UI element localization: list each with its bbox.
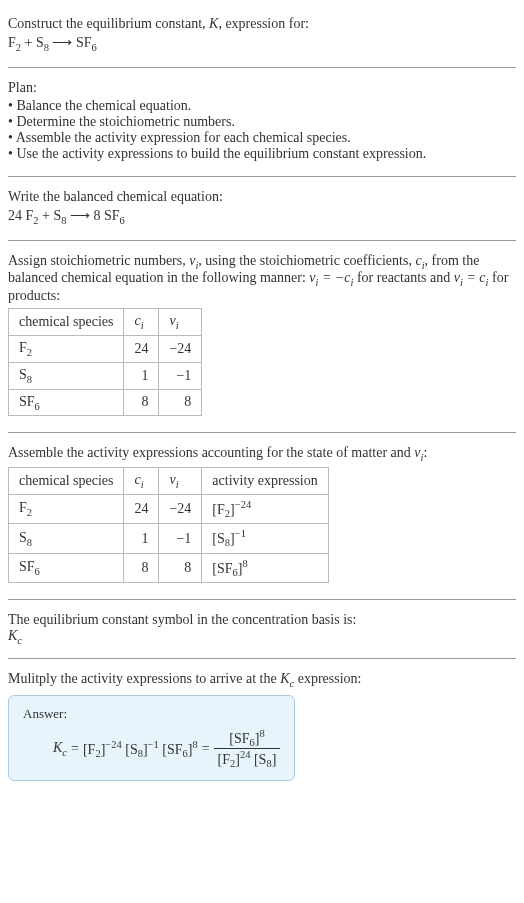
equals-sign: =: [71, 741, 79, 757]
symbol-intro: The equilibrium constant symbol in the c…: [8, 612, 516, 628]
fraction: [SF6]8 [F2]24 [S8]: [214, 728, 281, 770]
prompt-section: Construct the equilibrium constant, K, e…: [8, 8, 516, 63]
plan-item: Balance the chemical equation.: [8, 98, 516, 114]
divider: [8, 658, 516, 659]
symbol-section: The equilibrium constant symbol in the c…: [8, 604, 516, 654]
fraction-denominator: [F2]24 [S8]: [214, 749, 281, 769]
col-activity: activity expression: [202, 468, 328, 495]
activity-intro: Assemble the activity expressions accoun…: [8, 445, 516, 463]
answer-box: Answer: Kc = [F2]−24 [S8]−1 [SF6]8 = [SF…: [8, 695, 295, 781]
kc-symbol: Kc: [8, 628, 516, 646]
product-expression: [F2]−24 [S8]−1 [SF6]8: [83, 739, 198, 759]
plan-item: Use the activity expressions to build th…: [8, 146, 516, 162]
activity-section: Assemble the activity expressions accoun…: [8, 437, 516, 595]
nu-symbol: νi: [189, 253, 198, 268]
c-symbol: ci: [415, 253, 424, 268]
answer-label: Answer:: [23, 706, 280, 722]
plan-title: Plan:: [8, 80, 516, 96]
prompt-line1: Construct the equilibrium constant, K, e…: [8, 16, 516, 32]
fraction-numerator: [SF6]8: [214, 728, 281, 749]
cell-species: SF6: [9, 389, 124, 416]
plan-item: Assemble the activity expression for eac…: [8, 130, 516, 146]
cell-species: S8: [9, 362, 124, 389]
answer-equation: Kc = [F2]−24 [S8]−1 [SF6]8 = [SF6]8 [F2]…: [23, 728, 280, 770]
multiply-section: Mulitply the activity expressions to arr…: [8, 663, 516, 789]
cell-c: 24: [124, 335, 159, 362]
cell-c: 8: [124, 553, 159, 582]
col-nui: νi: [159, 309, 202, 336]
cell-c: 1: [124, 362, 159, 389]
plan-item: Determine the stoichiometric numbers.: [8, 114, 516, 130]
balanced-equation: 24 F2 + S8 ⟶ 8 SF6: [8, 207, 516, 226]
col-ci: ci: [124, 468, 159, 495]
cell-c: 24: [124, 494, 159, 523]
balanced-section: Write the balanced chemical equation: 24…: [8, 181, 516, 236]
kc-lhs: Kc: [53, 740, 67, 758]
table-row: F2 24 −24: [9, 335, 202, 362]
table-row: SF6 8 8: [9, 389, 202, 416]
equals-sign: =: [202, 741, 210, 757]
plan-list: Balance the chemical equation. Determine…: [8, 98, 516, 162]
product-relation: νi = ci: [454, 270, 489, 285]
cell-activity: [SF6]8: [202, 553, 328, 582]
cell-activity: [F2]−24: [202, 494, 328, 523]
col-ci: ci: [124, 309, 159, 336]
cell-nu: −1: [159, 524, 202, 553]
activity-table: chemical species ci νi activity expressi…: [8, 467, 329, 583]
divider: [8, 67, 516, 68]
unbalanced-equation: F2 + S8 ⟶ SF6: [8, 34, 516, 53]
table-row: F2 24 −24 [F2]−24: [9, 494, 329, 523]
multiply-intro: Mulitply the activity expressions to arr…: [8, 671, 516, 689]
cell-c: 1: [124, 524, 159, 553]
cell-species: F2: [9, 335, 124, 362]
cell-species: F2: [9, 494, 124, 523]
cell-nu: −24: [159, 494, 202, 523]
table-header-row: chemical species ci νi activity expressi…: [9, 468, 329, 495]
cell-c: 8: [124, 389, 159, 416]
cell-species: S8: [9, 524, 124, 553]
col-nui: νi: [159, 468, 202, 495]
reactant-relation: νi = −ci: [309, 270, 353, 285]
divider: [8, 432, 516, 433]
col-species: chemical species: [9, 309, 124, 336]
balanced-intro: Write the balanced chemical equation:: [8, 189, 516, 205]
table-row: SF6 8 8 [SF6]8: [9, 553, 329, 582]
cell-species: SF6: [9, 553, 124, 582]
divider: [8, 240, 516, 241]
cell-nu: 8: [159, 389, 202, 416]
stoich-section: Assign stoichiometric numbers, νi, using…: [8, 245, 516, 429]
table-header-row: chemical species ci νi: [9, 309, 202, 336]
cell-nu: 8: [159, 553, 202, 582]
cell-activity: [S8]−1: [202, 524, 328, 553]
col-species: chemical species: [9, 468, 124, 495]
table-row: S8 1 −1: [9, 362, 202, 389]
divider: [8, 176, 516, 177]
kc-symbol: Kc: [280, 671, 294, 686]
stoich-intro: Assign stoichiometric numbers, νi, using…: [8, 253, 516, 305]
table-row: S8 1 −1 [S8]−1: [9, 524, 329, 553]
cell-nu: −1: [159, 362, 202, 389]
divider: [8, 599, 516, 600]
plan-section: Plan: Balance the chemical equation. Det…: [8, 72, 516, 172]
stoich-table: chemical species ci νi F2 24 −24 S8 1 −1…: [8, 308, 202, 416]
cell-nu: −24: [159, 335, 202, 362]
